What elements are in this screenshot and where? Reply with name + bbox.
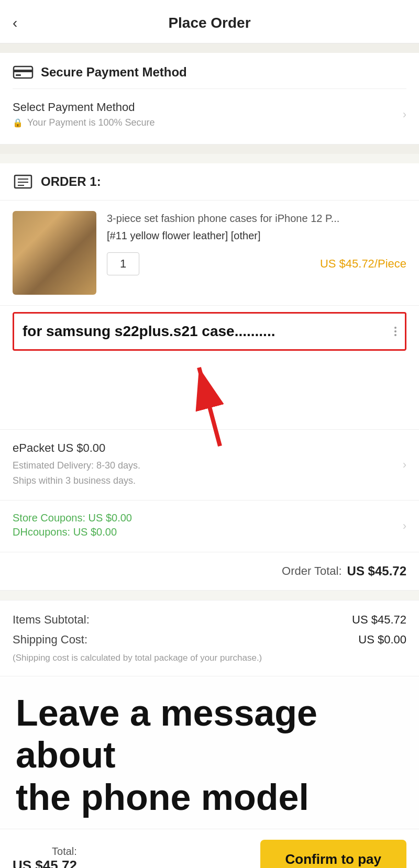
payment-section-header: Secure Payment Method [13,64,406,80]
payment-card-icon [13,64,34,80]
store-coupon-label: Store Coupons: [13,512,85,524]
shipping-detail-line2: Ships within 3 business days. [13,473,140,488]
order-total-row: Order Total: US $45.72 [0,552,419,591]
bottom-total-label: Total: [13,845,77,858]
big-annotation: Leave a message about the phone model [0,676,419,829]
product-name: 3-piece set fashion phone cases for iPho… [107,211,406,226]
payment-select-info: Select Payment Method 🔒 Your Payment is … [13,101,155,128]
items-subtotal-label: Items Subtotal: [13,613,90,627]
svg-line-8 [199,368,220,446]
coupons-info: Store Coupons: US $0.00 DHcoupons: US $0… [13,512,132,540]
coupons-row[interactable]: Store Coupons: US $0.00 DHcoupons: US $0… [0,500,419,552]
svg-rect-2 [16,74,21,76]
payment-secure-text: Your Payment is 100% Secure [27,117,155,128]
items-subtotal-value: US $45.72 [352,613,406,627]
annotation-line1: Leave a message about [16,693,317,776]
header: ‹ Place Order [0,0,419,43]
order-section: ORDER 1: 3-piece set fashion phone cases… [0,163,419,591]
product-info: 3-piece set fashion phone cases for iPho… [107,211,406,295]
payment-section-title: Secure Payment Method [41,65,187,80]
order-list-icon [13,174,34,190]
highlight-section: for samsung s22plus.s21 case.......... [0,306,419,357]
bottom-total-section: Total: US $45.72 [13,845,77,868]
product-qty-price: 1 US $45.72/Piece [107,252,406,275]
product-variant: [#11 yellow flower leather] [other] [107,230,406,242]
dh-coupon-label: DHcoupons: [13,526,70,538]
dh-coupon-value: US $0.00 [73,526,117,538]
annotation-line2: the phone model [16,777,309,818]
dh-coupon-line: DHcoupons: US $0.00 [13,526,132,538]
payment-section: Secure Payment Method Select Payment Met… [0,53,419,144]
coupons-chevron-icon: › [403,519,406,533]
lock-icon: 🔒 [13,118,23,128]
payment-select-title: Select Payment Method [13,101,155,114]
highlight-text: for samsung s22plus.s21 case.......... [23,323,275,340]
arrow-annotation-svg [0,357,419,462]
items-subtotal-row: Items Subtotal: US $45.72 [13,613,406,627]
product-image [13,211,96,295]
store-coupon-value: US $0.00 [89,512,132,524]
section-divider-2 [0,144,419,154]
svg-rect-1 [14,70,32,72]
menu-dots-icon [394,327,396,336]
quantity-box: 1 [107,252,139,275]
product-image-inner [13,211,96,295]
shipping-cost-row: Shipping Cost: US $0.00 [13,633,406,647]
chevron-right-icon: › [403,108,406,121]
arrow-container [0,357,419,420]
highlight-box[interactable]: for samsung s22plus.s21 case.......... [13,312,406,351]
annotation-text: Leave a message about the phone model [16,692,403,819]
back-button[interactable]: ‹ [13,15,17,31]
confirm-to-pay-button[interactable]: Confirm to pay [260,840,406,868]
payment-secure-row: 🔒 Your Payment is 100% Secure [13,117,155,128]
summary-section: Items Subtotal: US $45.72 Shipping Cost:… [0,600,419,676]
product-row: 3-piece set fashion phone cases for iPho… [0,201,419,306]
bottom-total-value: US $45.72 [13,858,77,868]
order-header-title: ORDER 1: [41,174,101,189]
shipping-cost-label: Shipping Cost: [13,633,87,647]
product-price: US $45.72/Piece [320,257,406,271]
order-header: ORDER 1: [0,163,419,201]
shipping-cost-value: US $0.00 [358,633,406,647]
shipping-note: (Shipping cost is calculated by total pa… [13,653,406,663]
page-title: Place Order [168,15,250,31]
order-total-label: Order Total: [282,564,342,578]
section-divider-1 [0,43,419,53]
payment-select-row[interactable]: Select Payment Method 🔒 Your Payment is … [13,88,406,132]
bottom-bar: Total: US $45.72 Confirm to pay [0,829,419,868]
store-coupon-line: Store Coupons: US $0.00 [13,512,132,524]
order-total-value: US $45.72 [347,564,406,578]
